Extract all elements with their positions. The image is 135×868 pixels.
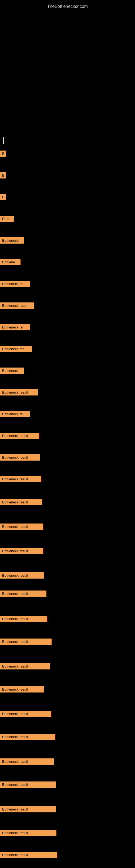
bottleneck-result-item[interactable]: Bottleneck result: [0, 524, 43, 530]
bottleneck-result-item[interactable]: Bottleneck re: [0, 411, 30, 417]
bottleneck-result-item[interactable]: B: [0, 172, 6, 179]
bottleneck-result-item[interactable]: Bottleneck result: [0, 639, 52, 645]
bottleneck-result-item[interactable]: Bottlene: [0, 259, 20, 265]
bottleneck-result-item[interactable]: Bottleneck result: [0, 830, 56, 836]
bottleneck-result-item[interactable]: Bottleneck result: [0, 734, 55, 740]
bottleneck-result-item[interactable]: Bottleneck result: [0, 572, 44, 579]
bottleneck-result-item[interactable]: Bottleneck re: [0, 281, 30, 287]
bottleneck-result-item[interactable]: Bottl: [0, 216, 14, 222]
bottleneck-result-item[interactable]: B: [0, 151, 6, 157]
bottleneck-result-item[interactable]: Bottleneck: [0, 237, 24, 244]
bottleneck-result-item[interactable]: B: [0, 194, 6, 200]
bottleneck-result-item[interactable]: Bottleneck result: [0, 781, 56, 788]
bottleneck-result-item[interactable]: Bottleneck result: [0, 686, 44, 692]
bottleneck-result-item[interactable]: Bottleneck result: [0, 548, 43, 554]
bottleneck-result-item[interactable]: Bottleneck result: [0, 590, 46, 597]
bottleneck-result-item[interactable]: Bottleneck result: [0, 711, 51, 717]
cursor-indicator: |: [2, 135, 4, 144]
bottleneck-result-item[interactable]: Bottleneck result: [0, 499, 42, 505]
bottleneck-result-item[interactable]: Bottleneck result: [0, 454, 40, 461]
bottleneck-result-item[interactable]: Bottleneck re: [0, 324, 30, 330]
bottleneck-result-item[interactable]: Bottleneck result: [0, 616, 47, 622]
bottleneck-result-item[interactable]: Bottleneck result: [0, 806, 56, 812]
site-title: TheBottlenecker.com: [0, 1, 135, 10]
bottleneck-result-item[interactable]: Bottleneck resu: [0, 303, 34, 309]
bottleneck-result-item[interactable]: Bottleneck result: [0, 389, 38, 396]
bottleneck-result-item[interactable]: Bottleneck: [0, 368, 24, 374]
bottleneck-result-item[interactable]: Bottleneck res: [0, 346, 32, 352]
bottleneck-result-item[interactable]: Bottleneck result: [0, 433, 39, 439]
bottleneck-result-item[interactable]: Bottleneck result: [0, 476, 41, 482]
bottleneck-result-item[interactable]: Bottleneck result: [0, 663, 50, 670]
bottleneck-result-item[interactable]: Bottleneck result: [0, 758, 54, 765]
bottleneck-result-item[interactable]: Bottleneck result: [0, 852, 57, 858]
